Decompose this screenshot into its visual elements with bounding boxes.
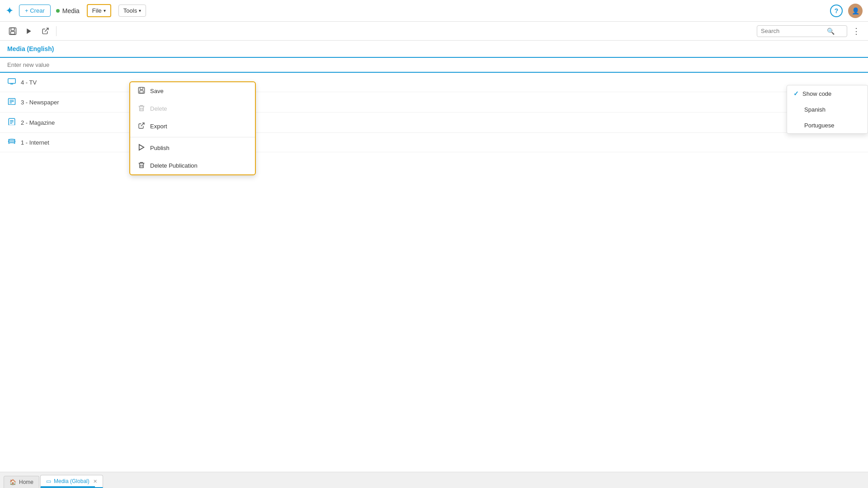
export-toolbar-button[interactable] <box>38 24 52 38</box>
tv-icon <box>7 78 16 86</box>
media-tab-icon: ▭ <box>46 478 51 484</box>
svg-line-4 <box>45 28 48 32</box>
home-tab-icon: 🏠 <box>9 479 16 485</box>
spanish-lang-item[interactable]: Spanish <box>787 102 868 117</box>
save-menu-label: Save <box>150 88 164 94</box>
media-global-tab[interactable]: ▭ Media (Global) ✕ <box>40 475 103 488</box>
main-content: Media (English) 4 - TV 3 - Newspaper 2 -… <box>0 41 868 472</box>
svg-rect-17 <box>140 91 143 93</box>
show-code-check-icon: ✓ <box>793 90 799 97</box>
save-toolbar-button[interactable] <box>5 24 20 38</box>
magazine-icon <box>7 118 16 127</box>
toolbar-divider <box>56 26 57 36</box>
logo-icon: ✦ <box>5 5 14 17</box>
tools-menu-button[interactable]: Tools ▾ <box>118 5 146 17</box>
topbar-right: ? 👤 <box>830 4 863 18</box>
search-icon: 🔍 <box>827 28 835 35</box>
avatar[interactable]: 👤 <box>848 4 863 18</box>
show-code-label: Show code <box>802 90 831 97</box>
language-dropdown-menu: ✓ Show code Spanish Portuguese <box>787 85 868 134</box>
file-menu-label: File <box>92 7 102 14</box>
svg-rect-1 <box>11 28 14 30</box>
export-menu-label: Export <box>150 123 167 130</box>
svg-marker-3 <box>27 28 31 34</box>
topbar: ✦ + Crear Media File ▾ Tools ▾ ? 👤 <box>0 0 868 22</box>
tools-chevron-icon: ▾ <box>139 8 141 13</box>
delete-menu-item: Delete <box>130 100 255 117</box>
portuguese-label: Portuguese <box>804 122 835 129</box>
toolbar-right: 🔍 ⋮ <box>757 25 863 38</box>
newspaper-icon <box>7 98 16 107</box>
more-options-button[interactable]: ⋮ <box>850 25 863 38</box>
search-input[interactable] <box>761 28 824 34</box>
section-header: Media (English) <box>0 41 868 58</box>
tabbar: 🏠 Home ▭ Media (Global) ✕ <box>0 472 868 488</box>
svg-rect-2 <box>11 31 15 34</box>
toolbar: 🔍 ⋮ <box>0 22 868 41</box>
list-label: 1 - Internet <box>21 139 49 146</box>
delete-publication-menu-icon <box>137 161 146 170</box>
tools-menu-label: Tools <box>123 7 137 14</box>
media-status-dot <box>56 9 60 13</box>
publish-menu-label: Publish <box>150 145 170 151</box>
list-label: 4 - TV <box>21 79 37 86</box>
crear-label: + Crear <box>25 7 45 14</box>
search-box: 🔍 <box>757 25 847 37</box>
show-code-lang-item[interactable]: ✓ Show code <box>787 85 868 102</box>
svg-line-18 <box>141 123 144 126</box>
save-menu-item[interactable]: Save <box>130 82 255 100</box>
export-menu-item[interactable]: Export <box>130 117 255 135</box>
delete-publication-menu-label: Delete Publication <box>150 162 198 169</box>
publish-menu-item[interactable]: Publish <box>130 139 255 157</box>
tab-active-indicator <box>41 486 95 487</box>
list-label: 3 - Newspaper <box>21 99 59 106</box>
media-label-container: Media <box>56 7 80 14</box>
file-dropdown-menu: Save Delete Export Publish Delete Publi <box>129 81 256 175</box>
delete-menu-icon <box>137 104 146 113</box>
spanish-label: Spanish <box>804 106 826 113</box>
internet-icon <box>7 138 16 146</box>
crear-button[interactable]: + Crear <box>19 5 51 17</box>
new-value-input[interactable] <box>0 58 868 73</box>
home-tab[interactable]: 🏠 Home <box>4 476 39 488</box>
publish-menu-icon <box>137 144 146 152</box>
play-toolbar-button[interactable] <box>22 24 36 38</box>
delete-publication-menu-item[interactable]: Delete Publication <box>130 157 255 174</box>
list-label: 2 - Magazine <box>21 119 55 126</box>
export-menu-icon <box>137 122 146 131</box>
save-menu-icon <box>137 87 146 95</box>
file-menu-button[interactable]: File ▾ <box>87 4 111 17</box>
svg-rect-5 <box>8 79 16 84</box>
help-button[interactable]: ? <box>830 5 843 17</box>
dropdown-separator <box>130 137 255 137</box>
media-title: Media <box>62 7 80 14</box>
section-title: Media (English) <box>7 45 54 52</box>
media-tab-close-button[interactable]: ✕ <box>93 479 97 484</box>
portuguese-lang-item[interactable]: Portuguese <box>787 117 868 133</box>
file-chevron-icon: ▾ <box>104 8 106 13</box>
home-tab-label: Home <box>19 479 33 485</box>
media-tab-label: Media (Global) <box>54 478 90 484</box>
svg-rect-16 <box>140 87 143 89</box>
svg-marker-19 <box>139 145 144 150</box>
delete-menu-label: Delete <box>150 105 167 112</box>
